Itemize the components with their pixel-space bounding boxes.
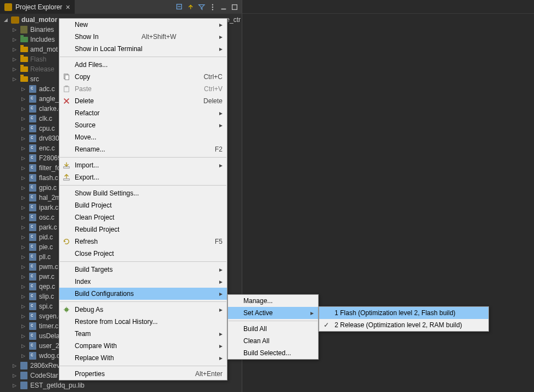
expand-icon[interactable]: [20, 145, 26, 152]
expand-icon[interactable]: [20, 333, 26, 339]
close-icon[interactable]: ×: [65, 3, 70, 12]
expand-icon[interactable]: [20, 254, 26, 260]
menu-item[interactable]: 1 Flash (Optimization level 2, Flash bui…: [319, 307, 488, 319]
expand-icon[interactable]: [11, 36, 18, 43]
expand-icon[interactable]: [20, 96, 26, 102]
expand-icon[interactable]: [20, 303, 26, 310]
expand-icon[interactable]: [20, 165, 26, 171]
filter-icon[interactable]: [197, 2, 207, 12]
menu-item[interactable]: Rename...F2: [59, 143, 227, 155]
menu-item[interactable]: Build Project: [59, 199, 227, 211]
svg-rect-12: [64, 179, 70, 181]
menu-item[interactable]: Build Configurations▸: [59, 288, 227, 300]
menu-item[interactable]: Index▸: [59, 276, 227, 288]
expand-icon[interactable]: [11, 56, 18, 63]
menu-item[interactable]: Manage...: [228, 295, 318, 307]
menu-item[interactable]: PropertiesAlt+Enter: [59, 368, 227, 380]
c-icon: [29, 125, 37, 132]
expand-icon[interactable]: [20, 313, 26, 320]
expand-icon[interactable]: [2, 16, 9, 23]
menu-item[interactable]: Set Active▸: [228, 307, 318, 319]
menu-item[interactable]: Build Selected...: [228, 347, 318, 359]
expand-icon[interactable]: [20, 273, 26, 280]
expand-icon[interactable]: [20, 105, 26, 112]
menu-item[interactable]: Clean All: [228, 335, 318, 347]
expand-icon[interactable]: [20, 283, 26, 290]
context-menu[interactable]: New▸Show InAlt+Shift+W▸Show in Local Ter…: [59, 18, 227, 380]
expand-icon[interactable]: [20, 214, 26, 221]
expand-icon[interactable]: [11, 76, 18, 82]
expand-icon[interactable]: [20, 224, 26, 231]
project-icon: [11, 16, 19, 24]
menu-item[interactable]: DeleteDelete: [59, 95, 227, 107]
expand-icon[interactable]: [11, 372, 18, 379]
expand-icon[interactable]: [20, 125, 26, 132]
menu-item-label: Set Active: [243, 309, 272, 317]
submenu-arrow-icon: ▸: [219, 121, 222, 129]
expand-icon[interactable]: [20, 86, 26, 92]
menu-item[interactable]: Build Targets▸: [59, 264, 227, 276]
expand-icon[interactable]: [11, 382, 18, 389]
menu-item[interactable]: ✓2 Release (Optimization level 2, RAM bu…: [319, 319, 488, 331]
expand-icon[interactable]: [20, 204, 26, 211]
expand-icon[interactable]: [20, 234, 26, 240]
expand-icon[interactable]: [20, 323, 26, 329]
menu-item[interactable]: Import...▸: [59, 159, 227, 171]
expand-icon[interactable]: [20, 244, 26, 250]
menu-item[interactable]: Build All: [228, 323, 318, 335]
c-icon: [29, 322, 37, 330]
submenu-arrow-icon: ▸: [219, 266, 222, 273]
panel-tab[interactable]: Project Explorer ×: [0, 0, 75, 14]
set-active-submenu[interactable]: 1 Flash (Optimization level 2, Flash bui…: [319, 306, 489, 332]
expand-icon[interactable]: [20, 293, 26, 300]
menu-item[interactable]: Show Build Settings...: [59, 187, 227, 199]
menu-item[interactable]: CopyCtrl+C: [59, 71, 227, 83]
menu-item[interactable]: Compare With▸: [59, 340, 227, 352]
build-config-submenu[interactable]: Manage...Set Active▸Build AllClean AllBu…: [227, 294, 319, 360]
expand-icon[interactable]: [20, 343, 26, 349]
menu-item[interactable]: Debug As▸: [59, 304, 227, 316]
menu-item[interactable]: Move...: [59, 131, 227, 143]
expand-icon[interactable]: [11, 26, 18, 33]
explorer-icon: [4, 3, 12, 11]
menu-item[interactable]: Source▸: [59, 119, 227, 131]
menu-item[interactable]: RefreshF5: [59, 236, 227, 248]
menu-item[interactable]: Team▸: [59, 328, 227, 340]
menu-item[interactable]: Export...: [59, 171, 227, 183]
menu-item[interactable]: Show in Local Terminal▸: [59, 43, 227, 55]
expand-icon[interactable]: [20, 155, 26, 161]
expand-icon[interactable]: [20, 194, 26, 201]
expand-icon[interactable]: [20, 352, 26, 359]
menu-item[interactable]: New▸: [59, 19, 227, 31]
menu-item[interactable]: Rebuild Project: [59, 223, 227, 236]
tree-item-label: spi.c: [39, 303, 53, 310]
collapse-all-icon[interactable]: [175, 2, 185, 12]
expand-icon[interactable]: [20, 264, 26, 270]
menu-item[interactable]: Clean Project: [59, 211, 227, 223]
menu-item: PasteCtrl+V: [59, 83, 227, 95]
menu-item[interactable]: Show InAlt+Shift+W▸: [59, 31, 227, 43]
link-editor-icon[interactable]: [186, 2, 196, 12]
menu-item[interactable]: Refactor▸: [59, 107, 227, 119]
menu-item[interactable]: Close Project: [59, 248, 227, 260]
menu-hotkey: F5: [215, 238, 222, 245]
expand-icon[interactable]: [20, 175, 26, 181]
menu-item[interactable]: Add Files...: [59, 59, 227, 71]
svg-rect-6: [232, 4, 237, 9]
menu-item[interactable]: Replace With▸: [59, 352, 227, 364]
expand-icon[interactable]: [11, 362, 18, 369]
tree-item-label: flash.c: [39, 174, 58, 182]
maximize-icon[interactable]: [230, 2, 240, 12]
minimize-icon[interactable]: [219, 2, 229, 12]
view-menu-icon[interactable]: [208, 2, 218, 12]
expand-icon[interactable]: [20, 184, 26, 191]
expand-icon[interactable]: [20, 135, 26, 142]
expand-icon[interactable]: [20, 115, 26, 122]
expand-icon[interactable]: [11, 66, 18, 72]
menu-hotkey: Delete: [203, 97, 222, 105]
menu-item[interactable]: Restore from Local History...: [59, 316, 227, 328]
expand-icon[interactable]: [11, 46, 18, 53]
menu-item-label: Build Targets: [75, 266, 113, 273]
svg-point-13: [65, 308, 69, 312]
h-icon: [20, 382, 28, 389]
